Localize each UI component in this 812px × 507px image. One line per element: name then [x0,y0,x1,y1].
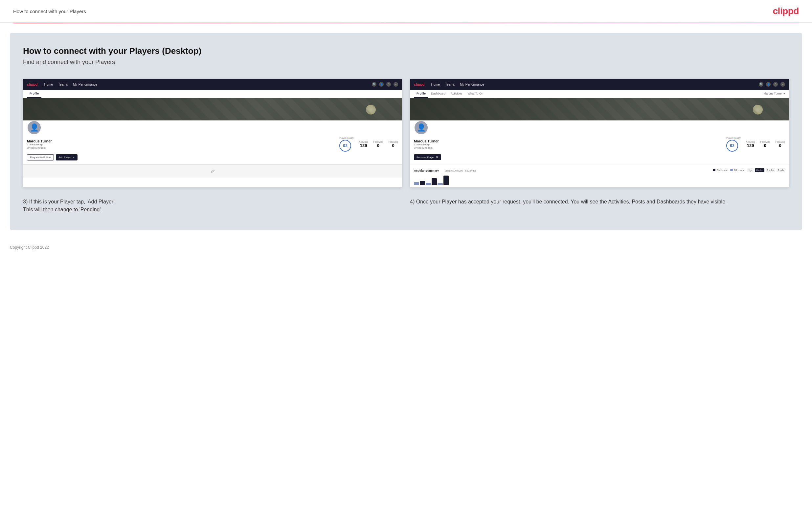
profile-stats-row-1: Marcus Turner 1-5 Handicap United Kingdo… [27,137,398,152]
player-name-1: Marcus Turner [27,139,334,143]
stat-following-1: Following 0 [388,141,398,148]
nav-teams-2[interactable]: Teams [445,83,455,86]
avatar-icon-1[interactable]: ● [394,82,398,87]
tab-whattoon-2[interactable]: What To On [465,90,486,98]
nav-myperformance-2[interactable]: My Performance [460,83,484,86]
chart-bar-3 [426,183,431,185]
chart-bar-1 [414,182,419,185]
descriptions-row: 3) If this is your Player tap, 'Add Play… [23,198,789,214]
quality-block-2: Player Quality 92 [726,137,741,152]
profile-info-1: 👤 Marcus Turner 1-5 Handicap United King… [23,120,402,164]
search-icon-2[interactable]: 🔍 [759,82,763,87]
avatar-icon-2[interactable]: ● [780,82,785,87]
player-location-1: United Kingdom [27,146,334,149]
chart-bar-2 [420,181,425,185]
offcourse-dot [730,169,733,171]
description-left-text: 3) If this is your Player tap, 'Add Play… [23,198,402,214]
page-breadcrumb: How to connect with your Players [13,8,86,14]
nav-icons-2: 🔍 👤 ⚙ ● [759,82,785,87]
activity-chart [414,175,785,185]
chart-bar-6 [444,176,449,185]
profile-stats-row-2: Marcus Turner 1-5 Handicap United Kingdo… [414,137,785,152]
settings-icon-1[interactable]: ⚙ [386,82,391,87]
request-follow-button[interactable]: Request to Follow [27,154,54,161]
followers-label-2: Followers [760,141,770,143]
activity-summary: Activity Summary Monthly Activity - 6 Mo… [410,164,789,187]
quality-circle-1: 92 [339,140,351,152]
search-icon-1[interactable]: 🔍 [372,82,376,87]
filter-1mth[interactable]: 1 mth [776,168,785,172]
activities-value-1: 129 [359,143,368,148]
player-handicap-2: 1-5 Handicap [414,143,721,146]
page-subheading: Find and connect with your Players [23,59,789,66]
app-tabbar-1: Profile [23,90,402,98]
player-location-2: United Kingdom [414,146,721,149]
add-player-button[interactable]: Add Player ＋ [56,154,78,161]
main-content: How to connect with your Players (Deskto… [10,33,802,230]
page-heading: How to connect with your Players (Deskto… [23,46,789,56]
stat-activities-1: Activities 129 [359,141,368,148]
avatar-2: 👤 [414,120,428,135]
tab-dashboard-2[interactable]: Dashboard [428,90,448,98]
oncourse-dot [713,169,715,171]
add-player-label: Add Player [58,156,71,159]
quality-label-1: Player Quality [339,137,354,139]
following-value-2: 0 [775,143,785,148]
profile-name-section-2: Marcus Turner 1-5 Handicap United Kingdo… [414,139,721,149]
activity-subtitle: Monthly Activity - 6 Months [445,169,476,172]
plus-icon: ＋ [72,156,75,159]
followers-value-2: 0 [760,143,770,148]
activity-header: Activity Summary Monthly Activity - 6 Mo… [414,167,785,173]
user-icon-2[interactable]: 👤 [766,82,771,87]
nav-logo-2: clippd [414,82,424,86]
nav-home-2[interactable]: Home [431,83,440,86]
nav-icons-1: 🔍 👤 ⚙ ● [372,82,398,87]
profile-name-section-1: Marcus Turner 1-5 Handicap United Kingdo… [27,139,334,149]
person-icon-2: 👤 [417,123,426,132]
player-handicap-1: 1-5 Handicap [27,143,334,146]
screenshot-footer-1: ✏ [23,164,402,177]
filter-6mths[interactable]: 6 mths [755,168,764,172]
profile-buttons-1: Request to Follow Add Player ＋ [27,154,398,161]
chart-bar-4 [432,178,437,185]
clippd-logo: clippd [773,6,799,16]
avatar-1: 👤 [27,120,41,135]
filter-1yr[interactable]: 1 yr [747,168,754,172]
tab-activities-2[interactable]: Activities [448,90,465,98]
tab-right-player[interactable]: Marcus Turner ▾ [763,90,785,98]
stat-followers-2: Followers 0 [760,141,770,148]
activity-title: Activity Summary [414,169,439,172]
followers-value-1: 0 [373,143,383,148]
following-label-2: Following [775,141,785,143]
offcourse-label: Off course [734,169,745,171]
app-tabbar-2: Profile Dashboard Activities What To On … [410,90,789,98]
stat-activities-2: Activities 129 [746,141,755,148]
screenshot-1: clippd Home Teams My Performance 🔍 👤 ⚙ ●… [23,79,402,187]
remove-player-button[interactable]: Remove Player ✕ [414,154,441,160]
remove-player-label: Remove Player [416,156,435,159]
nav-teams-1[interactable]: Teams [58,83,68,86]
tab-profile-2[interactable]: Profile [414,90,428,98]
nav-myperformance-1[interactable]: My Performance [73,83,97,86]
stat-following-2: Following 0 [775,141,785,148]
description-right: 4) Once your Player has accepted your re… [410,198,789,214]
nav-home-1[interactable]: Home [44,83,53,86]
copyright: Copyright Clippd 2022 [0,240,812,255]
user-icon-1[interactable]: 👤 [379,82,384,87]
following-label-1: Following [388,141,398,143]
followers-label-1: Followers [373,141,383,143]
description-left: 3) If this is your Player tap, 'Add Play… [23,198,402,214]
player-name-2: Marcus Turner [414,139,721,143]
activities-value-2: 129 [746,143,755,148]
activity-title-group: Activity Summary Monthly Activity - 6 Mo… [414,167,476,173]
app-navbar-1: clippd Home Teams My Performance 🔍 👤 ⚙ ● [23,79,402,90]
filter-3mths[interactable]: 3 mths [766,168,775,172]
screenshots-row: clippd Home Teams My Performance 🔍 👤 ⚙ ●… [23,79,789,187]
chart-bar-5 [438,183,443,185]
oncourse-label: On course [717,169,727,171]
activities-label-1: Activities [359,141,368,143]
tab-profile-1[interactable]: Profile [27,90,41,98]
close-icon-remove: ✕ [436,156,439,159]
following-value-1: 0 [388,143,398,148]
settings-icon-2[interactable]: ⚙ [773,82,778,87]
